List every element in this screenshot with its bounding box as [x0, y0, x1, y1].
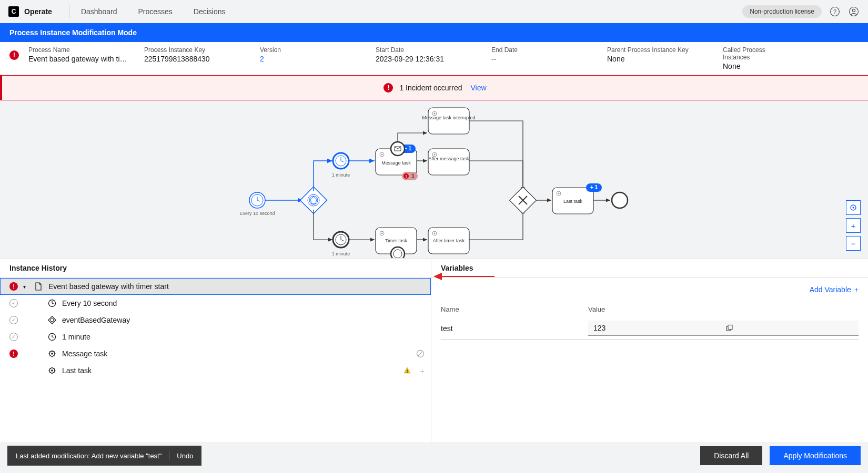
header-right: Non-production license ? [742, 5, 860, 18]
help-icon[interactable]: ? [829, 6, 841, 17]
info-value: Event based gateway with timer … [28, 55, 129, 63]
gateway-icon [47, 315, 57, 325]
svg-point-69 [51, 353, 53, 355]
diagram-start-label: Every 10 second [239, 211, 275, 216]
add-variable-button[interactable]: Add Variable + [810, 285, 859, 294]
user-icon[interactable] [848, 6, 860, 17]
document-icon [34, 282, 43, 291]
info-value[interactable]: 2 [260, 55, 361, 63]
incident-text: 1 Incident occurred [399, 84, 462, 92]
history-label: Last task [62, 366, 398, 375]
history-row[interactable]: Every 10 second [0, 295, 431, 312]
variables-table: Name Value test 123 [431, 301, 868, 340]
info-label: Process Name [28, 46, 129, 54]
timer-icon [47, 332, 57, 342]
logo-group: C Operate [8, 6, 52, 17]
svg-line-79 [418, 352, 422, 356]
variables-panel: Variables Add Variable + Name Value test… [431, 259, 868, 442]
incident-icon: ! [9, 349, 18, 358]
bpmn-diagram[interactable]: Every 10 second 1 minute 1 minute Messag… [0, 100, 868, 258]
svg-point-3 [852, 9, 855, 12]
panel-title: Instance History [0, 259, 431, 278]
svg-point-42 [391, 247, 405, 258]
incident-view-link[interactable]: View [470, 84, 486, 92]
col-header-name: Name [441, 305, 588, 313]
history-rows: ! ▾ Event based gateway with timer start… [0, 278, 431, 442]
completed-icon [9, 333, 18, 341]
history-row[interactable]: Last task + [0, 362, 431, 379]
variable-value-input[interactable]: 123 [588, 321, 859, 336]
svg-point-34 [434, 113, 436, 115]
zoom-reset-button[interactable] [846, 200, 861, 215]
incident-icon: ! [9, 50, 19, 60]
history-row[interactable]: ! ▾ Event based gateway with timer start [0, 278, 431, 295]
diagram-badge-plus: + 1 [590, 184, 598, 190]
nav-separator [69, 5, 69, 18]
svg-point-91 [407, 372, 408, 373]
zoom-in-button[interactable]: + [846, 218, 861, 233]
svg-point-57 [612, 192, 628, 208]
svg-text:?: ? [833, 8, 836, 15]
info-called-instances: Called Process Instances None [723, 46, 807, 70]
diagram-timer1-label: 1 minute [332, 172, 350, 178]
popout-icon[interactable] [725, 324, 853, 332]
bottom-panels: Instance History ! ▾ Event based gateway… [0, 258, 868, 442]
info-value: None [723, 62, 792, 70]
nav-dashboard[interactable]: Dashboard [81, 7, 117, 16]
app-name: Operate [24, 7, 52, 16]
modification-toast: Last added modification: Add new variabl… [7, 446, 201, 466]
instance-info-row: ! Process Name Event based gateway with … [0, 42, 868, 75]
main-nav: Dashboard Processes Decisions [81, 7, 226, 16]
info-value: -- [491, 55, 592, 63]
nav-decisions[interactable]: Decisions [194, 7, 226, 16]
history-label: eventBasedGateway [62, 316, 425, 324]
panel-title: Variables [431, 259, 868, 278]
gear-icon [47, 366, 57, 375]
info-parent-key: Parent Process Instance Key None [607, 46, 723, 63]
app-logo: C [8, 6, 19, 17]
undo-button[interactable]: Undo [177, 452, 193, 460]
info-value: 2023-09-29 12:36:31 [376, 55, 477, 63]
history-row[interactable]: eventBasedGateway [0, 312, 431, 328]
svg-rect-63 [48, 316, 56, 324]
svg-point-47 [434, 233, 436, 234]
nav-processes[interactable]: Processes [138, 7, 172, 16]
history-label: Message task [62, 349, 411, 358]
separator [169, 451, 169, 460]
history-row[interactable]: ! Message task [0, 345, 431, 362]
incident-banner: ! 1 Incident occurred View [0, 75, 868, 100]
zoom-out-button[interactable]: − [846, 236, 861, 251]
info-label: End Date [491, 46, 592, 54]
svg-point-81 [51, 369, 53, 372]
history-label: 1 minute [62, 333, 425, 341]
info-label: Parent Process Instance Key [607, 46, 708, 54]
license-badge: Non-production license [742, 5, 822, 18]
gear-icon [47, 349, 57, 358]
variable-name: test [441, 324, 588, 333]
info-version: Version 2 [260, 46, 376, 63]
add-variable-label: Add Variable [810, 285, 851, 294]
history-row[interactable]: 1 minute [0, 328, 431, 345]
warning-icon [403, 366, 411, 375]
info-value: 2251799813888430 [144, 55, 245, 63]
diagram-controls: + − [846, 200, 861, 251]
discard-button[interactable]: Discard All [700, 446, 762, 465]
info-label: Called Process Instances [723, 46, 792, 61]
bottom-bar: Last added modification: Add new variabl… [7, 446, 861, 466]
svg-rect-9 [300, 187, 327, 214]
toast-text: Last added modification: Add new variabl… [16, 452, 162, 460]
diagram-after-msg: After message task [428, 156, 469, 161]
table-header: Name Value [441, 301, 859, 317]
variable-value: 123 [593, 324, 721, 332]
chevron-down-icon[interactable]: ▾ [23, 284, 28, 290]
cancel-icon[interactable] [416, 349, 425, 358]
instance-history-panel: Instance History ! ▾ Event based gateway… [0, 259, 431, 442]
add-icon[interactable]: + [420, 366, 425, 375]
apply-button[interactable]: Apply Modifications [770, 446, 861, 465]
variable-row: test 123 [441, 317, 859, 340]
diagram-timer2-label: 1 minute [332, 251, 350, 256]
info-process-name: Process Name Event based gateway with ti… [28, 46, 144, 63]
variables-toolbar: Add Variable + [431, 278, 868, 301]
diagram-badge-one: 1 [411, 173, 415, 179]
svg-point-59 [853, 207, 854, 209]
